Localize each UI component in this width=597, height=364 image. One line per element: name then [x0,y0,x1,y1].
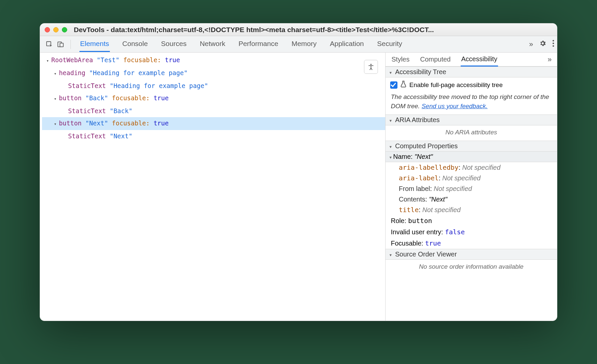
device-toolbar-icon[interactable] [56,40,65,49]
svg-point-5 [553,45,554,47]
tab-performance[interactable]: Performance [238,36,279,52]
divider [70,40,71,49]
sidebar-tab-styles[interactable]: Styles [391,53,410,66]
kebab-menu-icon[interactable] [552,40,554,49]
aria-none-text: No ARIA attributes [386,125,557,141]
more-tabs-icon[interactable] [529,40,533,49]
tab-elements[interactable]: Elements [79,36,110,52]
section-accessibility-tree[interactable]: Accessibility Tree [386,67,557,77]
tab-memory[interactable]: Memory [291,36,317,52]
tree-moved-info: The accessibility tree moved to the top … [386,92,557,114]
name-source-row: aria-label: Not specified [386,173,557,183]
tab-sources[interactable]: Sources [161,36,187,52]
ax-tree-row[interactable]: button "Next" focusable: true [42,117,385,130]
ax-tree-row[interactable]: RootWebArea "Test" focusable: true [42,54,385,67]
role-row: Role: button [386,215,557,226]
titlebar: DevTools - data:text/html;charset=utf-8,… [40,23,557,36]
computed-name-row[interactable]: Name: "Next" [386,152,557,162]
svg-rect-2 [60,43,63,47]
accessibility-tree-pane: RootWebArea "Test" focusable: true headi… [40,53,385,321]
enable-full-page-tree-row: Enable full-page accessibility tree [386,77,557,92]
accessibility-tree[interactable]: RootWebArea "Test" focusable: true headi… [40,53,385,142]
accessibility-view-button[interactable] [364,60,378,74]
main-tabs: ElementsConsoleSourcesNetworkPerformance… [79,36,527,52]
focusable-row: Focusable: true [386,238,557,249]
feedback-link[interactable]: Send us your feedback. [422,103,488,110]
svg-point-3 [553,40,554,42]
svg-point-6 [370,64,372,65]
source-order-none-text: No source order information available [386,260,557,275]
sidebar-more-tabs-icon[interactable] [548,55,552,64]
section-source-order[interactable]: Source Order Viewer [386,249,557,260]
maximize-window-button[interactable] [62,27,67,32]
sidebar-tab-computed[interactable]: Computed [419,53,451,66]
ax-tree-row[interactable]: StaticText "Heading for example page" [42,80,385,92]
name-source-row: Contents: "Next" [386,194,557,205]
name-source-row: title: Not specified [386,205,557,215]
body: RootWebArea "Test" focusable: true headi… [40,53,557,321]
sidebar-pane: StylesComputedAccessibility Accessibilit… [385,53,557,321]
window-title: DevTools - data:text/html;charset=utf-8,… [74,26,552,34]
tab-console[interactable]: Console [122,36,149,52]
section-computed-properties[interactable]: Computed Properties [386,141,557,152]
devtools-window: DevTools - data:text/html;charset=utf-8,… [40,23,557,321]
window-controls [45,27,67,32]
enable-full-page-tree-checkbox[interactable] [390,81,397,89]
tab-application[interactable]: Application [329,36,365,52]
ax-tree-row[interactable]: StaticText "Back" [42,105,385,117]
minimize-window-button[interactable] [53,27,59,32]
main-toolbar: ElementsConsoleSourcesNetworkPerformance… [40,36,557,53]
invalid-value: false [445,228,465,236]
role-value: button [408,217,432,225]
tab-network[interactable]: Network [199,36,226,52]
close-window-button[interactable] [45,27,50,32]
svg-point-4 [553,43,554,44]
inspect-element-icon[interactable] [45,40,54,49]
ax-tree-row[interactable]: heading "Heading for example page" [42,67,385,80]
enable-full-page-tree-label: Enable full-page accessibility tree [409,81,503,89]
experiment-icon [401,81,406,89]
focusable-value: true [425,239,441,247]
ax-tree-row[interactable]: button "Back" focusable: true [42,92,385,105]
name-source-row: aria-labelledby: Not specified [386,162,557,173]
invalid-entry-row: Invalid user entry: false [386,226,557,238]
ax-tree-row[interactable]: StaticText "Next" [42,130,385,142]
sidebar-tabs: StylesComputedAccessibility [386,53,557,67]
settings-icon[interactable] [539,40,546,49]
name-sources-list: aria-labelledby: Not specifiedaria-label… [386,162,557,215]
sidebar-tab-accessibility[interactable]: Accessibility [461,53,498,67]
tab-security[interactable]: Security [376,36,403,52]
section-aria-attributes[interactable]: ARIA Attributes [386,114,557,125]
name-source-row: From label: Not specified [386,183,557,194]
